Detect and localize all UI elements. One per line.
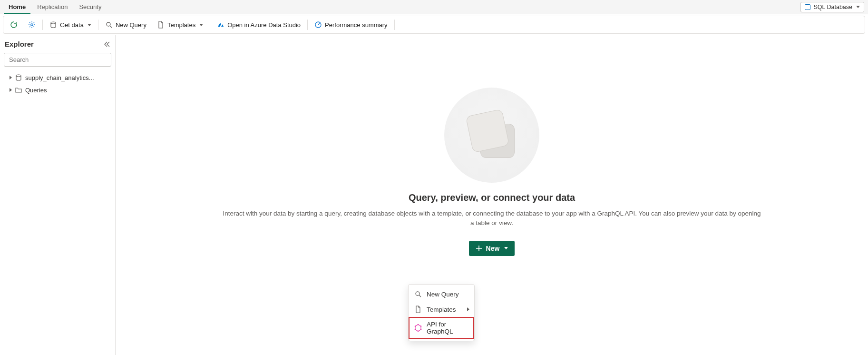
- chevron-down-icon: [856, 6, 860, 8]
- search-input[interactable]: [4, 53, 111, 67]
- hero-illustration: [444, 88, 539, 183]
- tab-replication[interactable]: Replication: [32, 0, 72, 14]
- svg-point-5: [416, 292, 419, 296]
- menu-api-graphql[interactable]: API for GraphQL: [409, 317, 474, 339]
- svg-point-7: [420, 325, 422, 327]
- gear-icon: [28, 21, 36, 29]
- hero-subtitle: Interact with your data by starting a qu…: [221, 209, 763, 228]
- tree-db-label: supply_chain_analytics...: [25, 74, 94, 81]
- tab-home[interactable]: Home: [4, 0, 30, 14]
- separator: [98, 20, 98, 30]
- collapse-sidebar-button[interactable]: [104, 41, 110, 49]
- explorer-sidebar: Explorer supply_chain_analytics... Queri…: [0, 35, 116, 355]
- tree-database-node[interactable]: supply_chain_analytics...: [4, 71, 111, 84]
- svg-point-0: [31, 24, 33, 26]
- chevron-down-icon: [88, 24, 91, 26]
- menu-new-query-label: New Query: [427, 291, 459, 298]
- content-area: Query, preview, or connect your data Int…: [116, 35, 868, 355]
- plus-icon: [476, 245, 482, 252]
- svg-point-8: [420, 329, 422, 330]
- main-split: Explorer supply_chain_analytics... Queri…: [0, 35, 868, 355]
- tab-security[interactable]: Security: [74, 0, 106, 14]
- document-icon: [157, 21, 165, 29]
- graphql-icon: [414, 324, 422, 332]
- chevrons-left-icon: [104, 41, 110, 48]
- cards-stack-icon: [469, 112, 515, 158]
- menu-templates-label: Templates: [427, 306, 456, 313]
- perf-summary-label: Performance summary: [325, 21, 387, 29]
- toolbar: Get data New Query Templates Open in Azu…: [3, 16, 865, 34]
- menu-new-query[interactable]: New Query: [409, 286, 474, 302]
- separator: [394, 20, 395, 30]
- templates-button[interactable]: Templates: [153, 19, 207, 30]
- azure-icon: [217, 21, 224, 29]
- query-icon: [414, 290, 422, 298]
- new-query-label: New Query: [116, 21, 146, 29]
- database-icon: [805, 4, 810, 10]
- refresh-icon: [10, 21, 18, 29]
- svg-point-1: [51, 22, 56, 24]
- svg-point-2: [107, 22, 110, 26]
- svg-point-10: [415, 329, 416, 330]
- caret-right-icon: [10, 88, 12, 92]
- query-icon: [105, 21, 113, 29]
- separator: [307, 20, 308, 30]
- open-ads-label: Open in Azure Data Studio: [227, 21, 301, 29]
- get-data-button[interactable]: Get data: [46, 19, 95, 30]
- refresh-button[interactable]: [6, 19, 21, 30]
- tree-queries-label: Queries: [25, 87, 47, 94]
- perf-summary-button[interactable]: Performance summary: [311, 19, 391, 30]
- folder-icon: [15, 86, 22, 94]
- gauge-icon: [314, 21, 322, 29]
- explorer-title: Explorer: [4, 40, 111, 48]
- top-tab-bar: Home Replication Security SQL Database: [0, 0, 868, 14]
- chevron-down-icon: [199, 24, 203, 26]
- settings-button[interactable]: [24, 19, 39, 30]
- separator: [42, 20, 43, 30]
- tree-queries-node[interactable]: Queries: [4, 84, 111, 96]
- separator: [210, 20, 210, 30]
- menu-api-graphql-label: API for GraphQL: [427, 321, 468, 335]
- database-icon: [15, 74, 22, 81]
- caret-right-icon: [10, 76, 12, 79]
- open-ads-button[interactable]: Open in Azure Data Studio: [213, 19, 304, 30]
- svg-point-11: [415, 325, 416, 327]
- new-query-button[interactable]: New Query: [101, 19, 150, 30]
- db-badge-label: SQL Database: [813, 4, 852, 10]
- new-button-label: New: [486, 245, 500, 252]
- hero-title: Query, preview, or connect your data: [409, 192, 575, 203]
- chevron-down-icon: [504, 247, 508, 249]
- new-dropdown-menu: New Query Templates API for GraphQL: [408, 284, 475, 341]
- get-data-label: Get data: [60, 21, 84, 29]
- chevron-right-icon: [467, 307, 469, 311]
- data-icon: [49, 21, 57, 29]
- templates-label: Templates: [167, 21, 195, 29]
- new-button[interactable]: New: [469, 241, 515, 256]
- menu-templates[interactable]: Templates: [409, 302, 474, 317]
- sql-database-badge[interactable]: SQL Database: [800, 2, 864, 12]
- svg-point-4: [16, 75, 21, 77]
- tab-row: Home Replication Security: [4, 0, 106, 14]
- document-icon: [414, 306, 422, 313]
